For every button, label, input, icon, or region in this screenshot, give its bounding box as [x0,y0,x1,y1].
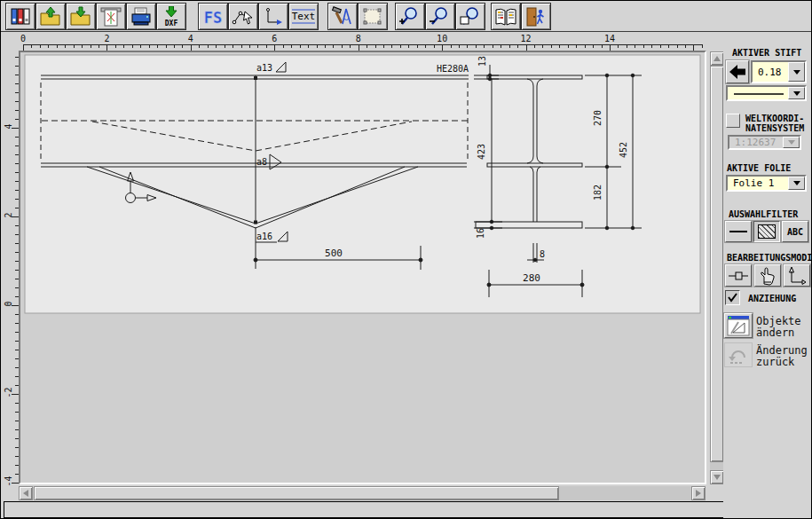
draw-polyline-button[interactable] [228,3,258,30]
world-coords-label-1: WELTKOORDI- [745,114,804,123]
side-panel: AKTIVER STIFT 0.18 WELTKOORDI- NATENSYST… [723,33,812,519]
plot-button[interactable] [96,3,126,30]
scroll-down-button[interactable] [710,470,724,484]
tools-icon [331,6,354,28]
svg-text:FS: FS [204,9,222,27]
edit-modes-label: BEARBEITUNGSMODI [727,253,812,263]
scroll-right-button[interactable] [691,486,706,500]
world-coords-label-2: NATENSYSTEM [745,123,804,133]
profile-fs-icon: FS [201,6,225,28]
undo-change-button [724,342,753,367]
undo-change-label-1: Änderung [756,344,808,357]
active-pen-label: AKTIVER STIFT [732,48,801,58]
polyline-cursor-icon [232,6,255,28]
edit-objects-label-1: Objekte [756,315,801,327]
horizontal-scrollbar[interactable] [19,486,706,500]
previous-pen-button[interactable] [726,60,749,83]
layer-combobox[interactable]: Folie 1 [726,175,807,192]
pen-width-combobox[interactable]: 0.18 [751,60,807,83]
filter-lines-button[interactable] [725,221,752,242]
world-coords-checkbox[interactable] [726,114,740,128]
zoom-out-icon [429,6,452,28]
chevron-down-icon [788,140,795,145]
zoom-window-button[interactable] [455,3,485,30]
edit-objects-icon [727,315,750,336]
pen-width-dropdown-button[interactable] [788,62,805,82]
arrow-up-icon [713,56,721,61]
text-tool-button[interactable]: Text [288,3,319,30]
abc-filter-icon: ABC [787,227,803,237]
svg-text:Text: Text [292,11,316,22]
dim-web-thk-text: 8 [540,249,545,259]
dim-clear-gap-text: 182 [593,185,603,201]
zoom-out-button[interactable] [425,3,455,30]
layer-dropdown-button[interactable] [788,177,805,190]
mode-coords-button[interactable] [784,264,810,287]
vertical-scrollbar[interactable] [710,51,724,484]
line-filter-icon [729,228,748,235]
catalog-button[interactable] [491,3,521,30]
dim-plate-thk-text: 16 [476,228,485,239]
dim-profile-height-text: 270 [593,110,603,126]
hand-icon [758,266,777,286]
line-style-combobox[interactable] [726,85,807,101]
ruler-vertical: 420-2-4 [1,51,19,491]
dim-total-height-text: 452 [619,142,628,158]
arrow-left-icon [23,490,28,497]
edit-objects-button[interactable] [724,313,753,338]
chevron-down-icon [793,91,800,96]
pen-width-value: 0.18 [753,67,788,78]
open-button[interactable] [35,3,66,30]
dimension-button[interactable] [258,3,288,30]
checkmark-icon [726,291,739,304]
horizontal-scroll-thumb[interactable] [34,486,559,500]
printer-icon [130,6,153,28]
chevron-down-icon [793,70,800,75]
selection-rect-icon [361,6,384,28]
snap-label: ANZIEHUNG [748,294,796,303]
arrow-down-icon [713,475,721,480]
solid-line-icon [733,91,784,97]
scroll-up-button[interactable] [710,51,724,66]
active-layer-label: AKTIVE FOLIE [727,163,791,173]
weld-label-bottom: a16 [256,232,272,241]
save-button[interactable] [66,3,96,30]
zoom-window-icon [459,6,482,28]
undo-change-label-2: zurück [756,356,794,368]
snap-checkbox[interactable] [725,290,740,305]
exit-button[interactable] [521,3,551,30]
zoom-in-icon [398,6,422,28]
mode-element-button[interactable] [725,264,752,287]
element-node-icon [728,269,749,283]
toolbar: DXF FS Text [1,1,812,32]
vertical-scroll-thumb[interactable] [710,66,724,462]
filter-text-button[interactable]: ABC [782,221,808,242]
scale-dropdown-button [783,137,800,148]
selection-area-button[interactable] [358,3,388,30]
line-style-value [728,88,788,99]
drawing-svg: HE280A a13 a8 a16 500 280 8 13 423 16 27… [20,52,705,483]
application-window: DXF FS Text [0,0,812,519]
exit-door-icon [524,6,548,28]
dxf-icon: DXF [160,6,183,28]
weld-label-top: a13 [256,63,272,73]
drawing-canvas[interactable]: HE280A a13 a8 a16 500 280 8 13 423 16 27… [19,51,706,484]
dim-width-text: 280 [523,272,540,284]
filter-hatch-button[interactable] [753,221,780,242]
undo-icon [727,344,750,366]
dxf-export-button[interactable]: DXF [156,3,186,30]
svg-text:DXF: DXF [165,20,178,28]
line-style-dropdown-button[interactable] [788,87,805,99]
scroll-left-button[interactable] [19,486,33,500]
mode-grab-button[interactable] [754,264,781,287]
ruler-horizontal: 02468101214 [1,33,709,51]
arrow-right-icon [696,490,701,497]
text-tool-icon: Text [290,6,317,28]
projects-button[interactable] [5,3,35,30]
settings-tools-button[interactable] [327,3,358,30]
steel-profile-button[interactable]: FS [198,3,228,30]
folder-save-icon [69,6,92,28]
print-button[interactable] [126,3,156,30]
status-bar [4,501,809,518]
zoom-in-button[interactable] [395,3,425,30]
